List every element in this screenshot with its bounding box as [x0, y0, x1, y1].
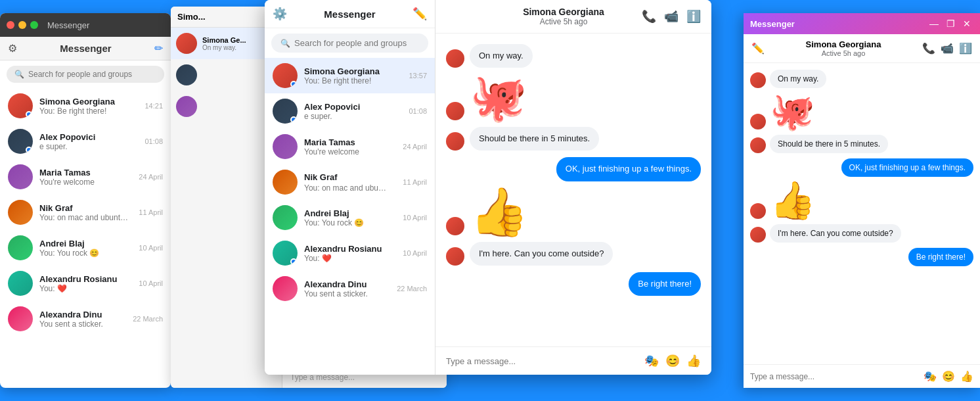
info-icon-4[interactable]: ℹ️ [959, 42, 972, 55]
thumbs-up-icon: 👍 [470, 188, 529, 235]
avatar-simona-3 [273, 63, 298, 88]
chat-header-3: Simona Georgiana Active 5h ago 📞 📹 ℹ️ [435, 0, 711, 34]
win4-chat-header: ✏️ Simona Georgiana Active 5h ago 📞 📹 ℹ️ [744, 34, 980, 63]
msg-should-be-there: Should be there in 5 minutes. [446, 127, 701, 151]
like-icon-3[interactable]: 👍 [686, 354, 701, 368]
maximize-button-1[interactable] [30, 21, 38, 29]
chat-input-bar-3: 🎭 😊 👍 [435, 346, 711, 375]
msg-avatar-simona [446, 49, 464, 68]
search-bar-3[interactable]: 🔍 [271, 34, 428, 53]
sidebar-title-3: Messenger [324, 9, 375, 20]
win4-messages: On my way. 🐙 Should be there in 5 minute… [744, 63, 980, 364]
contact-alexandru-1[interactable]: Alexandru Rosianu You: ❤️ 10 April [0, 266, 171, 301]
contact-preview: You: Be right there! [39, 106, 138, 116]
info-icon-3[interactable]: ℹ️ [686, 9, 701, 24]
avatar-simona-1 [8, 93, 33, 118]
chat-status-3: Active 5h ago [485, 17, 642, 26]
win4-thumbs: 👍 [750, 182, 973, 219]
contact-andrei-1[interactable]: Andrei Blaj You: You rock 😊 10 April [0, 230, 171, 266]
contact-maria-1[interactable]: Maria Tamas You're welcome 24 April [0, 159, 171, 195]
contact-alex-1[interactable]: Alex Popovici e super. 01:08 [0, 124, 171, 159]
win2-avatar-2 [176, 64, 197, 85]
minimize-button-1[interactable] [18, 21, 26, 29]
avatar-alex-1 [8, 129, 33, 154]
win2-avatar-3 [176, 96, 197, 117]
chat-input-3[interactable] [446, 356, 638, 366]
avatar-alex-3 [273, 99, 298, 124]
msg-sticker-octopus: 🐙 [446, 74, 701, 120]
avatar-alexandru-3 [273, 241, 298, 266]
win4-title: Messenger [750, 19, 795, 29]
avatar-maria-3 [273, 134, 298, 159]
search-bar-1[interactable]: 🔍 [7, 66, 164, 83]
chat-contact-name-3: Simona Georgiana [485, 7, 642, 17]
bubble-on-my-way: On my way. [470, 44, 533, 68]
contact-simona-1[interactable]: Simona Georgiana You: Be right there! 14… [0, 88, 171, 124]
restore-button-4[interactable]: ❐ [944, 18, 958, 29]
msg-on-my-way: On my way. [446, 44, 701, 68]
win4-msg-2: Should be there in 5 minutes. [750, 135, 973, 153]
win3-sidebar: ⚙️ Messenger ✏️ 🔍 Simona Georgiana You: … [265, 0, 435, 375]
minimize-button-4[interactable]: — [927, 18, 941, 29]
window-3: ⚙️ Messenger ✏️ 🔍 Simona Georgiana You: … [265, 0, 711, 375]
avatar-alexandra-3 [273, 276, 298, 301]
contact-nik-1[interactable]: Nik Graf You: on mac and ubuntu they're … [0, 195, 171, 230]
contact-alexandra-1[interactable]: Alexandra Dinu You sent a sticker. 22 Ma… [0, 301, 171, 337]
search-icon-3: 🔍 [280, 39, 290, 48]
chat-messages-3: On my way. 🐙 Should be there in 5 minute… [435, 34, 711, 346]
phone-icon-3[interactable]: 📞 [642, 9, 656, 24]
gear-icon-1[interactable]: ⚙ [8, 42, 17, 55]
like-icon-4[interactable]: 👍 [960, 370, 973, 383]
phone-icon-4[interactable]: 📞 [922, 42, 935, 55]
gear-icon-3[interactable]: ⚙️ [273, 7, 287, 21]
compose-icon-3[interactable]: ✏️ [412, 7, 427, 21]
contact-name: Simona Georgiana [39, 97, 138, 106]
win4-sticker: 🐙 [750, 93, 973, 130]
contact-simona-3[interactable]: Simona Georgiana You: Be right there! 13… [265, 58, 435, 93]
contact-list-1: Simona Georgiana You: Be right there! 14… [0, 88, 171, 388]
win2-avatar-1 [176, 33, 197, 54]
contact-andrei-3[interactable]: Andrei Blaj You: You rock 😊 10 April [265, 200, 435, 235]
search-input-1[interactable] [28, 70, 156, 79]
avatar-nik-1 [8, 200, 33, 225]
contact-alexandra-3[interactable]: Alexandra Dinu You sent a sticker. 22 Ma… [265, 271, 435, 306]
win4-contact-status: Active 5h ago [806, 49, 881, 57]
win4-msg-4: I'm here. Can you come outside? [750, 224, 973, 243]
emoji-icon-3[interactable]: 😊 [665, 354, 680, 368]
win4-msg-5: Be right there! [750, 248, 973, 266]
win4-octopus: 🐙 [770, 93, 815, 130]
win3-chat: Simona Georgiana Active 5h ago 📞 📹 ℹ️ On… [435, 0, 711, 375]
window-4: Messenger — ❐ ✕ ✏️ Simona Georgiana Acti… [744, 13, 980, 388]
window-1: Messenger ⚙ Messenger ✏ 🔍 Simona Georgia… [0, 13, 171, 388]
titlebar-1: Messenger [0, 13, 171, 37]
contact-maria-3[interactable]: Maria Tamas You're welcome 24 April [265, 129, 435, 164]
win2-sidebar-title: Simo... [177, 12, 206, 22]
avatar-andrei-3 [273, 205, 298, 230]
contact-alex-3[interactable]: Alex Popovici e super. 01:08 [265, 93, 435, 129]
compose-icon-1[interactable]: ✏ [154, 42, 163, 55]
sticker-icon-4[interactable]: 🎭 [924, 370, 937, 383]
compose-icon-4[interactable]: ✏️ [751, 42, 765, 55]
window-title-1: Messenger [47, 20, 89, 30]
win4-thumbs-icon: 👍 [770, 182, 816, 219]
msg-be-right-there: Be right there! [446, 272, 701, 296]
sidebar-title-1: Messenger [60, 43, 111, 54]
sticker-octopus: 🐙 [470, 74, 527, 120]
win4-avatar-simona [750, 72, 766, 88]
video-icon-4[interactable]: 📹 [941, 42, 954, 55]
close-button-4[interactable]: ✕ [960, 18, 973, 29]
win4-msg-1: On my way. [750, 70, 973, 88]
sticker-icon-3[interactable]: 🎭 [644, 354, 659, 368]
avatar-maria-1 [8, 164, 33, 189]
contact-alexandru-3[interactable]: Alexandru Rosianu You: ❤️ 10 April [265, 235, 435, 271]
avatar-alexandra-1 [8, 306, 33, 331]
emoji-icon-4[interactable]: 😊 [942, 370, 955, 383]
win4-input[interactable] [750, 372, 918, 381]
search-input-3[interactable] [294, 38, 419, 48]
avatar-nik-3 [273, 170, 298, 195]
close-button-1[interactable] [7, 21, 14, 29]
contact-nik-3[interactable]: Nik Graf You: on mac and ubuntu they're … [265, 164, 435, 200]
avatar-alexandru-1 [8, 271, 33, 296]
avatar-andrei-1 [8, 235, 33, 260]
video-icon-3[interactable]: 📹 [664, 9, 679, 24]
